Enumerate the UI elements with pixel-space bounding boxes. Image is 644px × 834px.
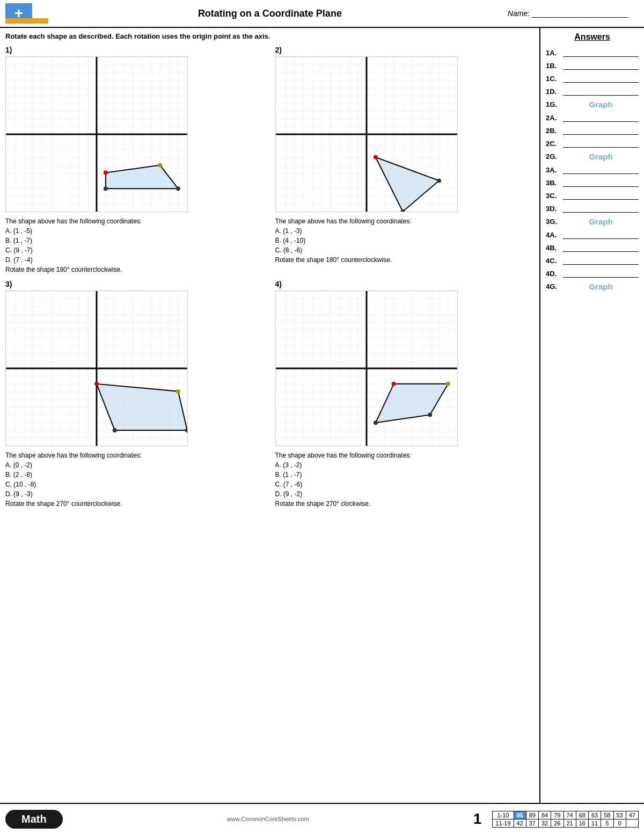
answer-graph-4g: Graph xyxy=(563,282,639,291)
problem-2: 2) xyxy=(275,46,535,274)
answer-label-2b: 2B. xyxy=(546,127,563,135)
problem-4-number: 4) xyxy=(275,280,535,288)
answer-line-3b xyxy=(563,178,639,187)
answer-row-4d: 4D. xyxy=(546,269,639,278)
answer-line-2a xyxy=(563,113,639,122)
problem-3-text: The shape above has the following coordi… xyxy=(5,451,265,509)
svg-point-33 xyxy=(428,412,432,417)
answer-row-3d: 3D. xyxy=(546,204,639,213)
answer-line-1d xyxy=(563,87,639,96)
answer-label-1d: 1D. xyxy=(546,88,563,96)
answer-row-2g: 2G. Graph xyxy=(546,152,639,161)
svg-point-31 xyxy=(391,382,396,386)
answer-line-2c xyxy=(563,139,639,148)
problem-4-text: The shape above has the following coordi… xyxy=(275,451,535,509)
answer-row-3c: 3C. xyxy=(546,191,639,200)
answer-label-3g: 3G. xyxy=(546,217,563,226)
problem-2-grid xyxy=(275,56,458,212)
answer-label-3a: 3A. xyxy=(546,166,563,174)
svg-point-7 xyxy=(176,186,180,191)
answer-row-4c: 4C. xyxy=(546,256,639,265)
problem-4-grid xyxy=(275,291,458,446)
footer-math-label: Math xyxy=(5,810,63,829)
answer-row-2a: 2A. xyxy=(546,113,639,122)
answer-line-3d xyxy=(563,204,639,213)
header: Rotating on a Coordinate Plane Name: ___… xyxy=(0,0,644,28)
logo-icon xyxy=(5,3,32,24)
answer-label-1b: 1B. xyxy=(546,62,563,70)
answer-line-4a xyxy=(563,230,639,239)
answer-row-1a: 1A. xyxy=(546,48,639,57)
problem-2-text: The shape above has the following coordi… xyxy=(275,216,535,265)
answer-label-2g: 2G. xyxy=(546,153,563,161)
problem-1-text: The shape above has the following coordi… xyxy=(5,216,265,274)
svg-point-22 xyxy=(94,382,99,386)
answer-row-4a: 4A. xyxy=(546,230,639,239)
content-area: Rotate each shape as described. Each rot… xyxy=(0,28,539,823)
answer-row-2b: 2B. xyxy=(546,126,639,135)
answer-row-3g: 3G. Graph xyxy=(546,217,639,226)
answer-row-4b: 4B. xyxy=(546,243,639,252)
answer-line-4d xyxy=(563,269,639,278)
answer-label-2a: 2A. xyxy=(546,114,563,122)
answer-line-1b xyxy=(563,61,639,70)
problem-1-grid xyxy=(5,56,188,212)
problem-4: 4) xyxy=(275,280,535,509)
answer-graph-2g: Graph xyxy=(563,152,639,161)
svg-point-6 xyxy=(104,186,108,191)
answer-label-4b: 4B. xyxy=(546,244,563,252)
svg-point-23 xyxy=(113,428,117,432)
answer-label-4g: 4G. xyxy=(546,282,563,291)
footer-score-table: 1-10 95 89 84 79 74 68 63 58 53 47 11-19… xyxy=(492,811,639,828)
answer-row-1c: 1C. xyxy=(546,74,639,83)
answer-line-1a xyxy=(563,48,639,57)
header-title: Rotating on a Coordinate Plane xyxy=(32,8,508,19)
header-name: Name: _______________________ xyxy=(508,9,628,18)
svg-point-5 xyxy=(104,171,108,175)
answer-label-3b: 3B. xyxy=(546,179,563,187)
footer: Math www.CommonCoreSheets.com 1 1-10 95 … xyxy=(0,803,644,834)
main-area: Rotate each shape as described. Each rot… xyxy=(0,28,644,823)
answer-row-1b: 1B. xyxy=(546,61,639,70)
answer-label-3d: 3D. xyxy=(546,205,563,213)
problem-3: 3) xyxy=(5,280,265,509)
svg-point-16 xyxy=(437,178,441,183)
answer-line-4b xyxy=(563,243,639,252)
answer-label-1c: 1C. xyxy=(546,75,563,83)
problem-2-number: 2) xyxy=(275,46,535,54)
answer-row-4g: 4G. Graph xyxy=(546,282,639,291)
answer-row-1g: 1G. Graph xyxy=(546,100,639,109)
answer-row-3a: 3A. xyxy=(546,165,639,174)
answer-row-2c: 2C. xyxy=(546,139,639,148)
svg-point-32 xyxy=(373,420,377,425)
instructions: Rotate each shape as described. Each rot… xyxy=(5,32,534,40)
problems-grid: 1) xyxy=(5,46,534,509)
problem-3-number: 3) xyxy=(5,280,265,288)
answer-line-3c xyxy=(563,191,639,200)
svg-point-8 xyxy=(158,163,162,168)
footer-page: 1 xyxy=(473,810,482,828)
svg-point-25 xyxy=(176,389,180,394)
logo-line xyxy=(5,18,48,24)
answer-line-1c xyxy=(563,74,639,83)
answer-label-3c: 3C. xyxy=(546,192,563,200)
problem-1-number: 1) xyxy=(5,46,265,54)
answer-line-2b xyxy=(563,126,639,135)
answers-title: Answers xyxy=(546,32,639,42)
answer-label-1g: 1G. xyxy=(546,100,563,108)
footer-url: www.CommonCoreSheets.com xyxy=(74,816,463,822)
svg-point-34 xyxy=(445,382,450,386)
answer-row-1d: 1D. xyxy=(546,87,639,96)
answer-label-4a: 4A. xyxy=(546,231,563,239)
answer-line-3a xyxy=(563,165,639,174)
answer-graph-1g: Graph xyxy=(563,100,639,109)
answer-graph-3g: Graph xyxy=(563,217,639,226)
answer-label-4c: 4C. xyxy=(546,257,563,265)
problem-1: 1) xyxy=(5,46,265,274)
answer-line-4c xyxy=(563,256,639,265)
problem-3-grid xyxy=(5,291,188,446)
answer-label-2c: 2C. xyxy=(546,140,563,148)
answer-row-3b: 3B. xyxy=(546,178,639,187)
answers-sidebar: Answers 1A. 1B. 1C. 1D. 1G. Graph 2A. 2B… xyxy=(539,28,644,823)
svg-point-14 xyxy=(373,155,377,159)
